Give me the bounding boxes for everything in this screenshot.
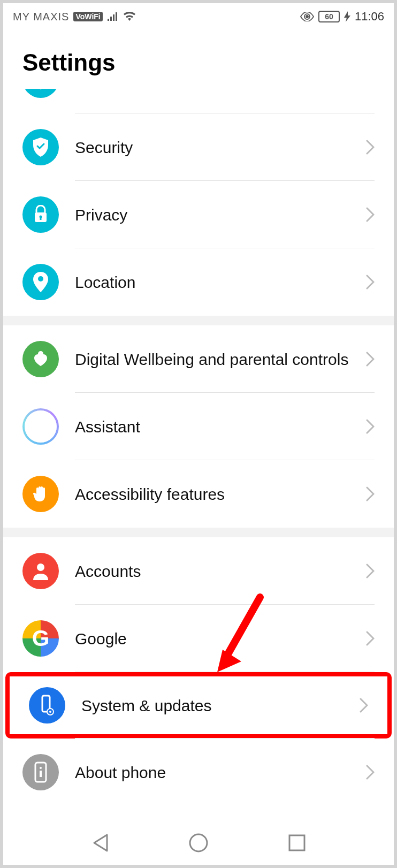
- settings-row-about[interactable]: About phone: [3, 738, 394, 806]
- svg-rect-3: [40, 217, 42, 220]
- vowifi-badge: VoWiFi: [73, 12, 102, 21]
- wifi-icon: [123, 11, 136, 22]
- status-bar-right: 60 11:06: [300, 10, 384, 24]
- phone-info-icon: [22, 754, 59, 790]
- chevron-right-icon: [366, 564, 375, 578]
- group-divider: [3, 316, 394, 325]
- chevron-right-icon: [366, 352, 375, 367]
- settings-row-accounts[interactable]: Accounts: [3, 537, 394, 605]
- settings-row-label: Assistant: [59, 416, 366, 437]
- status-bar-left: MY MAXIS VoWiFi: [13, 11, 136, 23]
- eye-icon: [300, 12, 314, 21]
- device-frame: MY MAXIS VoWiFi 60 11:06 Settings: [0, 0, 397, 868]
- clock-label: 11:06: [355, 10, 384, 24]
- svg-point-4: [38, 276, 43, 281]
- settings-row-label: About phone: [59, 762, 366, 783]
- svg-point-6: [37, 564, 44, 571]
- svg-point-11: [40, 767, 42, 769]
- lock-icon: [22, 196, 59, 233]
- battery-level: 60: [325, 12, 333, 21]
- svg-point-9: [49, 711, 51, 713]
- divider: [75, 672, 375, 672]
- settings-row-google[interactable]: G Google: [3, 605, 394, 672]
- pin-icon: [22, 264, 59, 300]
- bolt-icon: [344, 11, 350, 22]
- settings-row-label: Location: [59, 272, 366, 293]
- annotation-highlight: System & updates: [5, 672, 392, 738]
- signal-icon: [107, 11, 119, 22]
- svg-rect-16: [289, 835, 304, 850]
- settings-list[interactable]: Security Privacy Location Digital: [3, 89, 394, 821]
- hand-icon: [22, 476, 59, 512]
- settings-row-partial[interactable]: [3, 89, 394, 113]
- svg-point-0: [306, 15, 309, 18]
- settings-row-label: Digital Wellbeing and parental controls: [59, 349, 366, 370]
- settings-row-assistant[interactable]: Assistant: [3, 393, 394, 460]
- phone-gear-icon: [29, 687, 65, 724]
- settings-row-label: Google: [59, 628, 366, 649]
- person-icon: [22, 553, 59, 589]
- shield-check-icon: [22, 129, 59, 165]
- settings-row-label: Accounts: [59, 561, 366, 582]
- assistant-icon: [22, 408, 59, 445]
- chevron-right-icon: [366, 419, 375, 434]
- chevron-right-icon: [366, 275, 375, 290]
- status-bar: MY MAXIS VoWiFi 60 11:06: [3, 3, 394, 30]
- svg-point-15: [190, 834, 207, 851]
- carrier-label: MY MAXIS: [13, 11, 69, 23]
- chevron-right-icon: [366, 765, 375, 780]
- settings-row-label: System & updates: [65, 695, 360, 716]
- settings-row-security[interactable]: Security: [3, 113, 394, 181]
- back-button[interactable]: [91, 833, 109, 853]
- group-divider: [3, 528, 394, 537]
- battery-indicator: 60: [318, 11, 340, 22]
- recent-button[interactable]: [288, 834, 306, 852]
- shield-icon: [22, 89, 59, 98]
- heart-icon: [22, 341, 59, 377]
- svg-rect-12: [40, 771, 42, 777]
- page-title: Settings: [3, 30, 394, 89]
- settings-row-privacy[interactable]: Privacy: [3, 181, 394, 248]
- settings-row-label: Accessibility features: [59, 484, 366, 505]
- home-button[interactable]: [188, 833, 209, 853]
- settings-row-label: Security: [59, 137, 366, 158]
- chevron-right-icon: [366, 631, 375, 646]
- settings-row-system[interactable]: System & updates: [10, 676, 387, 734]
- chevron-right-icon: [366, 207, 375, 222]
- chevron-right-icon: [366, 140, 375, 155]
- settings-row-wellbeing[interactable]: Digital Wellbeing and parental controls: [3, 325, 394, 393]
- settings-row-accessibility[interactable]: Accessibility features: [3, 460, 394, 528]
- navigation-bar: [3, 821, 394, 865]
- settings-row-location[interactable]: Location: [3, 248, 394, 316]
- settings-row-label: Privacy: [59, 204, 366, 225]
- chevron-right-icon: [366, 486, 375, 501]
- chevron-right-icon: [360, 698, 368, 713]
- google-icon: G: [22, 620, 59, 657]
